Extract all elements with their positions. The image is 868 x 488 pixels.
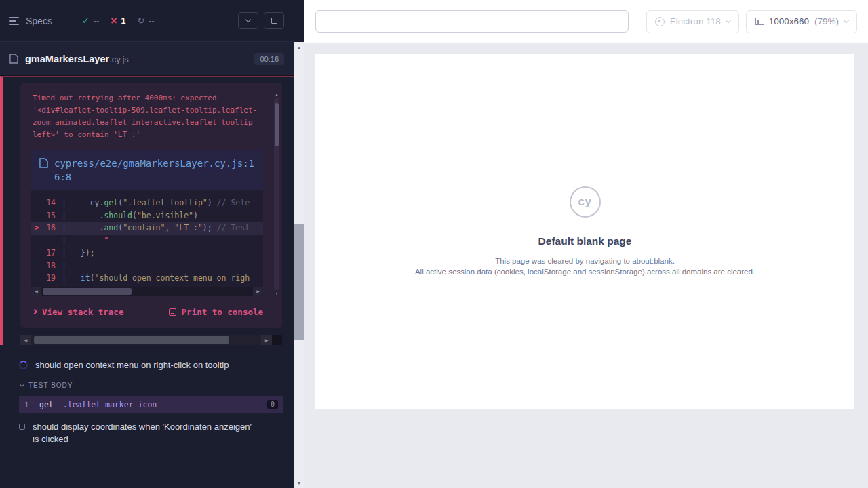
code-horizontal-scrollbar[interactable]: ◀ ▶ (31, 287, 263, 296)
cypress-logo: cy (570, 186, 601, 218)
chevron-down-icon (20, 382, 24, 386)
gutter-separator: | (62, 235, 66, 247)
code-token: ); (203, 223, 217, 232)
print-to-console-link[interactable]: Print to console (169, 307, 263, 317)
command-log-row[interactable]: 1 get .leaflet-marker-icon 0 (19, 396, 283, 413)
code-token: cy. (71, 198, 104, 207)
line-marker-gutter (31, 235, 42, 247)
code-token: ) (208, 198, 217, 207)
scrollbar-track[interactable] (41, 287, 253, 296)
line-marker-gutter (31, 272, 42, 285)
code-text: ^ (71, 235, 108, 247)
specs-label[interactable]: Specs (26, 16, 52, 26)
scrollbar-thumb[interactable] (275, 103, 279, 146)
code-text: .should("be.visible") (71, 209, 198, 222)
code-token: ^ (71, 236, 108, 245)
print-icon (169, 308, 176, 316)
code-text: }); (71, 247, 95, 260)
down-arrow-icon[interactable]: ▼ (275, 290, 279, 297)
line-number: 16 (42, 222, 56, 235)
test-stats: ✓ -- × 1 ↻ -- (82, 16, 155, 26)
line-marker-gutter (31, 197, 42, 209)
gutter-separator: | (62, 247, 66, 260)
code-token: ".leaflet-tooltip" (123, 198, 208, 207)
line-number: 19 (42, 272, 56, 285)
browser-select[interactable]: Electron 118 (646, 10, 739, 33)
gutter-separator: | (62, 272, 66, 285)
right-arrow-icon[interactable]: ▶ (261, 335, 272, 345)
left-arrow-icon[interactable]: ◀ (20, 335, 31, 345)
code-token: }); (71, 248, 95, 258)
scrollbar-track[interactable] (274, 98, 279, 290)
gutter-separator: | (62, 260, 66, 272)
down-arrow-icon[interactable]: ▼ (294, 478, 304, 488)
collapse-all-button[interactable] (238, 12, 258, 29)
spec-extension: .cy.js (109, 54, 129, 64)
viewport-control[interactable]: 1000x660 (79%) (746, 10, 857, 33)
code-token: // Sele (217, 198, 250, 207)
code-line: 17| }); (31, 247, 263, 260)
check-icon: ✓ (82, 16, 90, 26)
command-method: get (39, 400, 54, 409)
line-number: 14 (42, 197, 56, 209)
line-marker-gutter (31, 209, 42, 222)
pending-checkbox-icon (19, 424, 25, 430)
chevron-right-icon (32, 309, 37, 314)
chevron-down-icon (725, 18, 730, 23)
code-text: it("should open context menu on righ (71, 272, 250, 285)
spec-header[interactable]: gmaMarkersLayer.cy.js 00:16 (0, 42, 294, 76)
code-lines: 14| cy.get(".leaflet-tooltip") // Sele 1… (31, 190, 263, 287)
code-frame-file-link[interactable]: cypress/e2e/gmaMarkersLayer.cy.js:16:8 (54, 157, 255, 184)
test-pending[interactable]: should display coordinates when 'Koordin… (0, 415, 294, 451)
viewport-size: 1000x660 (769, 16, 809, 26)
code-token: // Test (217, 223, 250, 232)
test-body-label: TEST BODY (28, 382, 73, 389)
scrollbar-thumb[interactable] (34, 336, 229, 344)
up-arrow-icon[interactable]: ▲ (294, 43, 304, 53)
url-input[interactable] (315, 10, 629, 33)
stat-pending: ↻ -- (137, 16, 154, 26)
reporter-sidebar: Specs ✓ -- × 1 ↻ -- gmaMarkersLayer.cy.j… (0, 0, 294, 488)
code-token: get (104, 198, 118, 207)
scrollbar-thumb[interactable] (294, 224, 304, 340)
code-token: should (104, 211, 132, 220)
error-actions: View stack trace Print to console (33, 307, 263, 317)
blank-page: cy Default blank page This page was clea… (315, 54, 854, 409)
test-title: should display coordinates when 'Koordin… (33, 421, 253, 445)
code-line: 19| it("should open context menu on righ (31, 272, 263, 285)
view-stack-trace-link[interactable]: View stack trace (33, 307, 123, 317)
view-stack-trace-label: View stack trace (42, 307, 123, 317)
up-arrow-icon[interactable]: ▲ (275, 91, 279, 98)
command-number: 1 (24, 401, 39, 409)
test-running[interactable]: should open context menu on right-click … (0, 354, 294, 377)
code-line: >16| .and("contain", "LT :"); // Test (31, 222, 263, 235)
code-token: , (165, 223, 174, 232)
header-buttons (238, 12, 284, 29)
code-frame-header: cypress/e2e/gmaMarkersLayer.cy.js:16:8 (31, 150, 263, 190)
code-line: | ^ (31, 235, 263, 247)
stop-button[interactable] (264, 12, 284, 29)
scrollbar-thumb[interactable] (43, 288, 132, 295)
test-body-section[interactable]: TEST BODY (0, 377, 294, 394)
failed-count: 1 (121, 16, 126, 26)
blank-page-title: Default blank page (538, 235, 632, 247)
scrollbar-corner (272, 335, 282, 345)
command-count-badge: 0 (267, 400, 278, 409)
specs-menu-icon[interactable] (9, 17, 19, 25)
refresh-icon: ↻ (137, 16, 144, 26)
error-vertical-scrollbar[interactable]: ▲ ▼ (274, 91, 279, 297)
right-arrow-icon[interactable]: ▶ (253, 287, 263, 296)
stat-failed: × 1 (111, 16, 125, 26)
code-token: and (104, 223, 118, 232)
attempt-horizontal-scrollbar[interactable]: ◀ ▶ (20, 335, 282, 345)
scrollbar-track[interactable] (31, 335, 261, 345)
file-icon (39, 158, 48, 168)
line-marker-gutter (31, 260, 42, 272)
main-scrollbar[interactable]: ▲ ▼ (294, 0, 304, 488)
left-arrow-icon[interactable]: ◀ (31, 287, 41, 296)
blank-page-line1: This page was cleared by navigating to a… (495, 257, 675, 265)
reporter-header: Specs ✓ -- × 1 ↻ -- (0, 0, 294, 42)
code-text: .and("contain", "LT :"); // Test (71, 222, 250, 235)
viewport-zoom: (79%) (814, 16, 839, 26)
viewport-icon (755, 18, 764, 25)
